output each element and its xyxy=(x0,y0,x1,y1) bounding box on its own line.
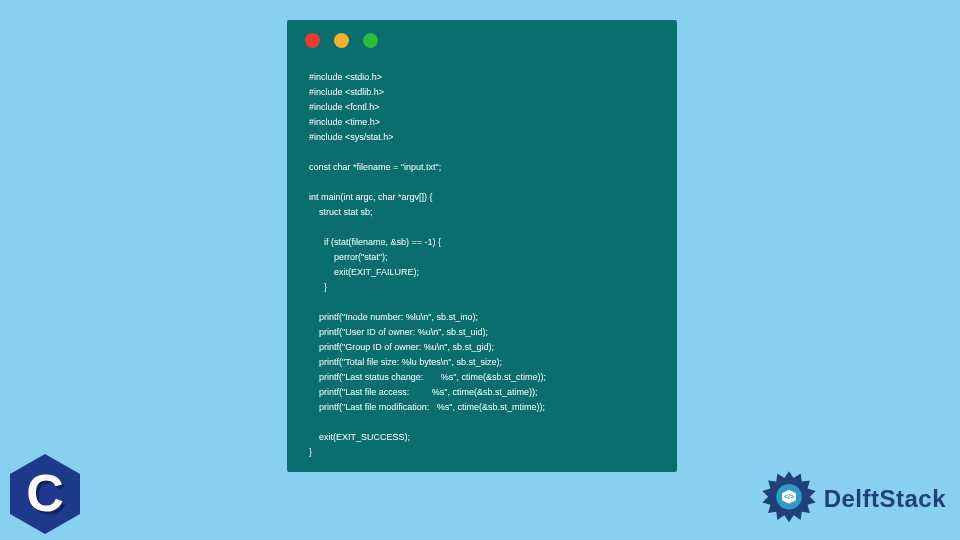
close-dot-icon xyxy=(305,33,320,48)
delftstack-badge-icon: </> xyxy=(760,470,818,528)
c-letter: C xyxy=(26,463,64,523)
delftstack-logo: </> DelftStack xyxy=(760,470,946,528)
window-titlebar xyxy=(287,20,677,60)
maximize-dot-icon xyxy=(363,33,378,48)
c-hexagon-icon: C xyxy=(10,454,80,534)
svg-text:</>: </> xyxy=(784,493,794,500)
delftstack-text: DelftStack xyxy=(824,485,946,513)
code-content: #include <stdio.h> #include <stdlib.h> #… xyxy=(287,60,677,460)
minimize-dot-icon xyxy=(334,33,349,48)
code-window: #include <stdio.h> #include <stdlib.h> #… xyxy=(287,20,677,472)
c-language-logo: C xyxy=(10,454,88,540)
